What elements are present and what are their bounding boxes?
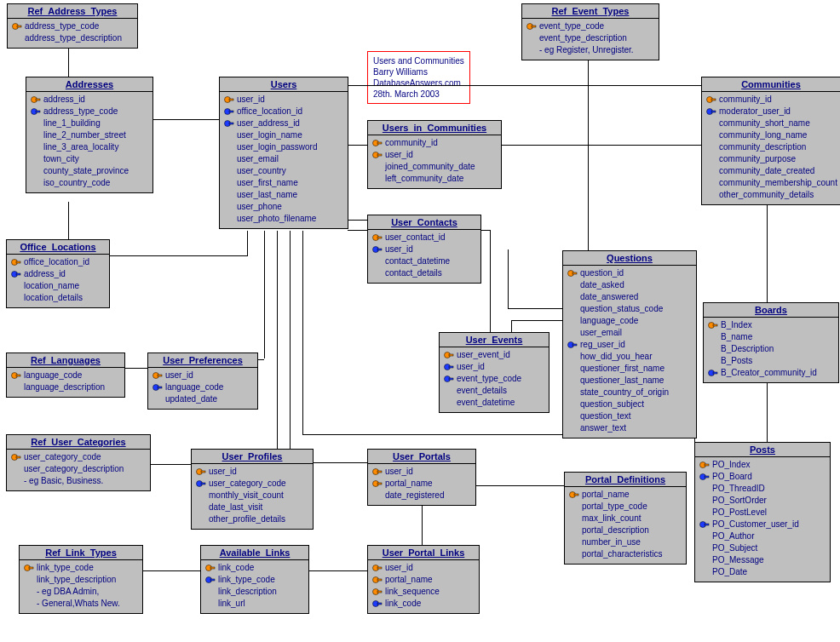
no-key-icon xyxy=(567,316,578,326)
attr-row: community_description xyxy=(704,141,838,153)
attr-name: office_location_id xyxy=(24,256,89,268)
attr-row: B_Description xyxy=(705,343,837,355)
attr-name: - eg DBA Admin, xyxy=(37,586,99,598)
no-key-icon xyxy=(204,587,216,597)
pf-key-icon xyxy=(371,479,383,489)
attr-row: user_id xyxy=(370,466,474,478)
attr-name: user_id xyxy=(457,361,485,373)
attr-row: link_code xyxy=(203,562,307,574)
attr-row: portal_name xyxy=(370,574,477,586)
attr-name: user_id xyxy=(165,370,193,381)
attr-name: community_id xyxy=(719,94,772,106)
no-key-icon xyxy=(11,33,23,43)
attr-name: user_id xyxy=(385,244,413,255)
no-key-icon xyxy=(568,502,580,512)
fk-key-icon xyxy=(10,269,22,279)
attr-row: portal_type_code xyxy=(567,501,684,513)
attr-name: line_1_building xyxy=(43,118,101,129)
fk-key-icon xyxy=(371,599,383,609)
svg-rect-75 xyxy=(713,372,717,374)
entity-title: Portal_Definitions xyxy=(565,473,686,487)
attr-row: - eg DBA Admin, xyxy=(21,586,141,598)
no-key-icon xyxy=(223,190,235,200)
no-key-icon xyxy=(567,423,578,433)
no-key-icon xyxy=(371,268,383,278)
attr-row: date_last_visit xyxy=(193,502,311,513)
attr-name: question_subject xyxy=(580,398,644,410)
attr-row: PO_Board xyxy=(697,471,828,483)
attr-name: user_contact_id xyxy=(385,232,446,244)
entity-attrs: office_location_idaddress_idlocation_nam… xyxy=(7,255,109,307)
attr-name: user_category_code xyxy=(209,478,286,490)
no-key-icon xyxy=(10,476,22,486)
attr-row: question_subject xyxy=(565,398,694,410)
attr-name: community_long_name xyxy=(719,129,807,141)
no-key-icon xyxy=(567,328,578,338)
entity-attrs: user_category_codeuser_category_descript… xyxy=(7,450,150,490)
entity-user-portals: User_Portalsuser_idportal_namedate_regis… xyxy=(367,449,476,506)
svg-rect-7 xyxy=(16,261,20,263)
attr-row: questioner_last_name xyxy=(565,375,694,387)
entity-attrs: event_type_codeevent_type_description- e… xyxy=(522,19,659,60)
pf-key-icon xyxy=(371,575,383,585)
entity-user-preferences: User_Preferencesuser_idlanguage_codeupda… xyxy=(147,353,258,410)
pf-key-icon xyxy=(371,138,383,148)
svg-rect-61 xyxy=(532,26,536,27)
svg-rect-63 xyxy=(572,272,577,274)
attr-row: left_community_date xyxy=(370,173,499,185)
no-key-icon xyxy=(567,352,578,362)
entity-attrs: B_IndexB_nameB_DescriptionB_PostsB_Creat… xyxy=(704,318,838,382)
pk-key-icon xyxy=(443,350,455,360)
attr-name: date_asked xyxy=(580,279,624,291)
entity-title: User_Portal_Links xyxy=(368,546,479,560)
svg-rect-37 xyxy=(377,154,382,156)
attr-name: user_id xyxy=(385,466,413,478)
no-key-icon xyxy=(568,537,580,547)
attr-row: date_asked xyxy=(565,279,694,291)
attr-name: questioner_first_name xyxy=(580,363,665,375)
attr-name: question_text xyxy=(580,410,631,422)
annotation-line: DatabaseAnswers.com xyxy=(373,77,464,89)
entity-title: User_Contacts xyxy=(368,215,480,230)
no-key-icon xyxy=(371,256,383,267)
no-key-icon xyxy=(223,202,235,212)
svg-rect-43 xyxy=(449,354,453,356)
fk-key-icon xyxy=(699,472,711,482)
no-key-icon xyxy=(10,382,22,393)
entity-attrs: PO_IndexPO_BoardPO_ThreadIDPO_SortOrderP… xyxy=(695,457,830,582)
attr-row: event_datetime xyxy=(441,397,547,409)
entity-portal-definitions: Portal_Definitionsportal_nameportal_type… xyxy=(564,472,687,565)
no-key-icon xyxy=(10,293,22,303)
attr-name: county_state_province xyxy=(43,165,129,177)
annotation-line: Barry Williams xyxy=(373,66,464,77)
attr-name: question_status_code xyxy=(580,303,663,315)
attr-name: date_answered xyxy=(580,291,638,303)
svg-rect-15 xyxy=(29,567,33,569)
attr-name: event_datetime xyxy=(457,397,515,409)
entity-title: User_Preferences xyxy=(148,353,257,368)
pk-key-icon xyxy=(10,370,22,381)
attr-name: community_date_created xyxy=(719,165,814,177)
entity-attrs: link_type_codelink_type_description- eg … xyxy=(20,560,142,613)
attr-row: link_url xyxy=(203,598,307,610)
attr-row: portal_name xyxy=(370,478,474,490)
attr-name: portal_characteristics xyxy=(582,548,662,560)
attr-row: user_category_code xyxy=(193,478,311,490)
pk-key-icon xyxy=(10,257,22,267)
attr-name: number_in_use xyxy=(582,536,641,548)
attr-row: - General,Whats New. xyxy=(21,598,141,610)
attr-row: address_type_description xyxy=(9,32,135,44)
attr-row: user_id xyxy=(441,361,547,373)
entity-attrs: address_type_codeaddress_type_descriptio… xyxy=(8,19,137,48)
no-key-icon xyxy=(10,464,22,474)
entity-user-portal-links: User_Portal_Linksuser_idportal_namelink_… xyxy=(367,545,480,614)
no-key-icon xyxy=(10,281,22,291)
attr-row: event_type_description xyxy=(524,32,657,44)
entity-attrs: user_idportal_namelink_sequencelink_code xyxy=(368,560,479,613)
no-key-icon xyxy=(223,178,235,188)
fk-key-icon xyxy=(371,244,383,255)
attr-row: PO_Index xyxy=(697,459,828,471)
attr-row: user_email xyxy=(222,153,346,165)
attr-name: address_type_code xyxy=(25,20,99,32)
attr-row: PO_Customer_user_id xyxy=(697,519,828,530)
